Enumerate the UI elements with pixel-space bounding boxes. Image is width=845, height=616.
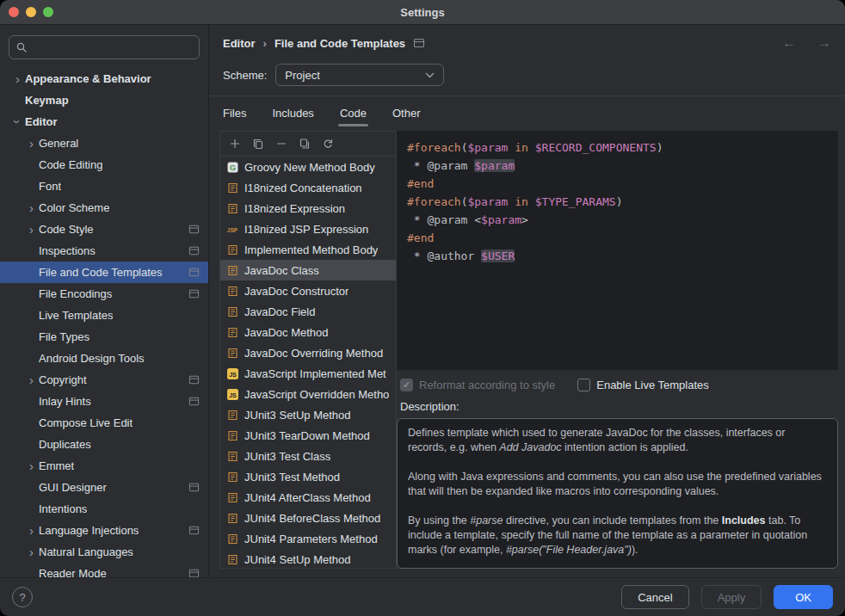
jsp-icon: JSP <box>225 223 239 236</box>
sidebar-item-color-scheme[interactable]: ›Color Scheme <box>0 197 208 219</box>
sidebar-item-gui-designer[interactable]: GUI Designer <box>0 477 208 498</box>
template-icon <box>225 347 239 360</box>
sidebar-item-language-injections[interactable]: ›Language Injections <box>0 520 208 541</box>
sidebar-item-compose-live-edit[interactable]: Compose Live Edit <box>0 412 208 434</box>
sidebar-item-live-templates[interactable]: Live Templates <box>0 305 208 326</box>
remove-icon[interactable] <box>275 138 287 150</box>
ok-button[interactable]: OK <box>774 585 833 609</box>
breadcrumb: Editor › File and Code Templates ← → <box>209 25 845 61</box>
template-javadoc-constructor[interactable]: JavaDoc Constructor <box>220 280 396 301</box>
chevron-right-icon[interactable]: › <box>24 459 39 472</box>
code-line: #foreach($param in $TYPE_PARAMS) <box>407 193 828 211</box>
sidebar-item-label: Keymap <box>25 94 69 107</box>
template-icon <box>225 471 239 484</box>
template-icon <box>225 491 239 504</box>
sidebar-item-editor[interactable]: ›Editor <box>0 111 208 132</box>
template-junit4-parameters-method[interactable]: JUnit4 Parameters Method <box>220 528 396 549</box>
revert-icon[interactable] <box>322 138 334 150</box>
chevron-right-icon[interactable]: › <box>24 524 39 537</box>
back-icon[interactable]: ← <box>782 35 796 51</box>
sidebar-item-file-and-code-templates[interactable]: File and Code Templates <box>0 262 208 283</box>
chevron-right-icon[interactable]: › <box>24 373 39 386</box>
chevron-right-icon[interactable]: › <box>24 545 39 558</box>
traffic-lights <box>9 0 53 24</box>
template-label: JavaScript Implemented Met <box>244 367 386 380</box>
description-label: Description: <box>397 395 838 418</box>
template-junit4-beforeclass-method[interactable]: JUnit4 BeforeClass Method <box>220 508 396 528</box>
scheme-value: Project <box>285 69 319 82</box>
sidebar-item-inlay-hints[interactable]: Inlay Hints <box>0 391 208 412</box>
sidebar-item-emmet[interactable]: ›Emmet <box>0 455 208 477</box>
chevron-right-icon[interactable]: › <box>24 223 39 236</box>
per-project-config-icon <box>183 396 200 407</box>
sidebar-item-inspections[interactable]: Inspections <box>0 240 208 262</box>
template-groovy-new-method-body[interactable]: GGroovy New Method Body <box>220 157 396 177</box>
template-javadoc-overriding-method[interactable]: JavaDoc Overriding Method <box>220 342 396 363</box>
cancel-button[interactable]: Cancel <box>621 585 688 609</box>
zoom-window-button[interactable] <box>43 7 53 17</box>
sidebar-item-duplicates[interactable]: Duplicates <box>0 434 208 455</box>
template-junit3-teardown-method[interactable]: JUnit3 TearDown Method <box>220 425 396 446</box>
template-list: GGroovy New Method BodyI18nized Concaten… <box>220 157 396 568</box>
template-i18nized-expression[interactable]: I18nized Expression <box>220 198 396 219</box>
tab-includes[interactable]: Includes <box>272 96 313 129</box>
template-junit3-test-class[interactable]: JUnit3 Test Class <box>220 446 396 466</box>
settings-window: Settings ›Appearance & BehaviorKeymap›Ed… <box>0 0 845 616</box>
scheme-select[interactable]: Project <box>275 64 444 86</box>
template-junit3-test-method[interactable]: JUnit3 Test Method <box>220 466 396 487</box>
reformat-checkbox[interactable]: Reformat according to style <box>400 379 555 391</box>
template-icon <box>225 450 239 463</box>
template-junit3-setup-method[interactable]: JUnit3 SetUp Method <box>220 404 396 425</box>
sidebar-item-natural-languages[interactable]: ›Natural Languages <box>0 541 208 563</box>
template-javadoc-method[interactable]: JavaDoc Method <box>220 322 396 342</box>
add-icon[interactable] <box>229 138 241 150</box>
sidebar-item-android-design-tools[interactable]: Android Design Tools <box>0 348 208 369</box>
tab-files[interactable]: Files <box>223 96 246 129</box>
template-javadoc-field[interactable]: JavaDoc Field <box>220 301 396 322</box>
code-line: #end <box>407 229 828 247</box>
description-panel[interactable]: Defines template which used to generate … <box>397 418 838 569</box>
sidebar-item-label: Editor <box>25 115 58 128</box>
tab-code[interactable]: Code <box>340 96 367 129</box>
template-label: Groovy New Method Body <box>244 161 375 174</box>
sidebar-item-label: File Encodings <box>39 287 112 300</box>
sidebar-item-file-types[interactable]: File Types <box>0 326 208 348</box>
tab-other[interactable]: Other <box>392 96 421 129</box>
sidebar-item-font[interactable]: Font <box>0 176 208 197</box>
description-paragraph: By using the #parse directive, you can i… <box>408 514 827 557</box>
chevron-right-icon[interactable]: › <box>24 137 39 150</box>
sidebar-item-appearance-behavior[interactable]: ›Appearance & Behavior <box>0 68 208 89</box>
copy-icon[interactable] <box>252 138 264 150</box>
close-window-button[interactable] <box>9 7 19 17</box>
sidebar-item-keymap[interactable]: Keymap <box>0 89 208 111</box>
apply-button[interactable]: Apply <box>701 585 762 609</box>
template-junit4-setup-method[interactable]: JUnit4 SetUp Method <box>220 549 396 568</box>
sidebar-item-general[interactable]: ›General <box>0 132 208 154</box>
template-code-editor[interactable]: #foreach($param in $RECORD_COMPONENTS) *… <box>397 131 838 370</box>
duplicate-icon[interactable] <box>299 138 311 150</box>
forward-icon[interactable]: → <box>817 35 831 51</box>
template-i18nized-concatenation[interactable]: I18nized Concatenation <box>220 177 396 198</box>
settings-search-input[interactable] <box>9 35 200 59</box>
chevron-right-icon[interactable]: › <box>24 201 39 214</box>
sidebar-item-reader-mode[interactable]: Reader Mode <box>0 563 208 577</box>
minimize-window-button[interactable] <box>26 7 36 17</box>
breadcrumb-editor[interactable]: Editor <box>223 37 256 50</box>
code-line: * @param $param <box>407 157 828 175</box>
template-javadoc-class[interactable]: JavaDoc Class <box>220 260 396 280</box>
sidebar-item-intentions[interactable]: Intentions <box>0 498 208 520</box>
chevron-right-icon[interactable]: › <box>10 72 25 85</box>
template-junit4-afterclass-method[interactable]: JUnit4 AfterClass Method <box>220 487 396 508</box>
per-project-config-icon <box>413 37 425 49</box>
template-javascript-implemented-met[interactable]: JSJavaScript Implemented Met <box>220 363 396 384</box>
sidebar-item-code-editing[interactable]: Code Editing <box>0 154 208 176</box>
enable-live-templates-checkbox[interactable]: Enable Live Templates <box>577 379 709 391</box>
sidebar-item-code-style[interactable]: ›Code Style <box>0 219 208 240</box>
help-button[interactable]: ? <box>12 587 33 607</box>
template-javascript-overridden-metho[interactable]: JSJavaScript Overridden Metho <box>220 384 396 404</box>
template-implemented-method-body[interactable]: Implemented Method Body <box>220 239 396 260</box>
sidebar-item-file-encodings[interactable]: File Encodings <box>0 283 208 305</box>
template-i18nized-jsp-expression[interactable]: JSPI18nized JSP Expression <box>220 219 396 239</box>
sidebar-item-copyright[interactable]: ›Copyright <box>0 369 208 391</box>
chevron-down-icon[interactable]: › <box>11 114 24 129</box>
